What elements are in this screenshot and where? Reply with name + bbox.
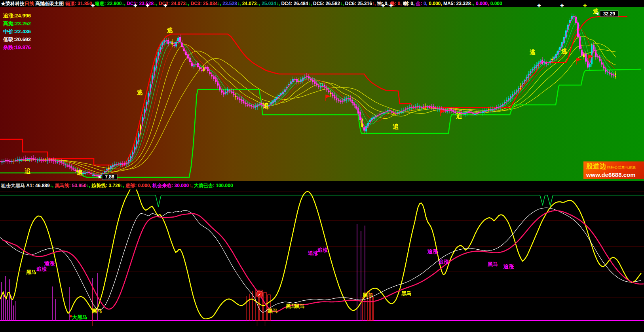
- sub-chart-label: 追涨: [503, 264, 514, 269]
- escape-label: 逃: [167, 27, 173, 34]
- flag-icon: [577, 58, 582, 65]
- chase-label: 追: [393, 123, 399, 130]
- status-segment: 箱底: 22.900: [95, 1, 122, 6]
- svg-text:✓: ✓: [258, 292, 261, 297]
- status-segment: ↓,: [276, 1, 281, 6]
- chase-label: 追: [263, 102, 269, 109]
- sub-chart-label: 黑马: [488, 261, 498, 267]
- chase-label: 追: [456, 112, 462, 119]
- oscillator-pink-line: [2, 211, 644, 312]
- status-segment: 0,: [424, 1, 429, 6]
- indicator-value-row: 中价:22.436: [3, 28, 31, 36]
- status-segment: ↓,: [308, 1, 313, 6]
- indicator-value-row: 追涨:24.996: [3, 12, 31, 20]
- status-segment: MA5: 23.328: [443, 1, 471, 6]
- sub-chart[interactable]: ✓黑马追涨追涨大黑马黑马黑马黑马黑马追涨追涨黑马黑马追涨追涨黑马追涨: [0, 190, 644, 332]
- status-segment: 0.000: [490, 1, 502, 6]
- watermark-brand: 股道边: [586, 163, 606, 170]
- indicator-value-row: 杀跌:19.876: [3, 44, 31, 51]
- status-segment: DC6: 25.316: [345, 1, 372, 6]
- status-segment: 53.950: [72, 183, 87, 188]
- status-segment: DC5: 26.582: [313, 1, 340, 6]
- svg-text:7.86: 7.86: [105, 174, 114, 180]
- status-segment: 24.073: [242, 1, 257, 6]
- ma-line: [0, 22, 616, 175]
- signal-cross-icon: ✚: [133, 4, 137, 8]
- status-segment: ↓,: [471, 1, 476, 6]
- status-segment: ↓,: [86, 183, 91, 188]
- status-segment: ↓,: [186, 1, 191, 6]
- check-badge-icon: ✓: [256, 291, 262, 297]
- status-segment: ↓,: [237, 1, 242, 6]
- sub-indicator-header: 狙击大黑马 A1: 46.889↓, 黑马线: 53.950↓, 趋势线: 3.…: [0, 181, 644, 190]
- status-segment: A1: 46.889: [26, 183, 49, 188]
- status-segment: 底部: 0.000,: [125, 183, 152, 188]
- candles: [1, 13, 616, 179]
- svg-text:32.29: 32.29: [603, 11, 615, 17]
- status-segment: ↓,: [256, 1, 262, 6]
- sub-chart-label: 大黑马: [72, 314, 87, 320]
- ma-line: [0, 18, 616, 176]
- sub-chart-canvas[interactable]: ✓黑马追涨追涨大黑马黑马黑马黑马黑马追涨追涨黑马黑马追涨追涨黑马追涨: [0, 190, 644, 332]
- sub-chart-label: 追涨: [427, 249, 438, 254]
- indicator-value-row: 低吸:20.692: [3, 36, 31, 44]
- sub-chart-label: 黑马: [294, 303, 305, 309]
- sub-chart-label: 追涨: [36, 266, 47, 272]
- status-segment: 23.528: [222, 1, 237, 6]
- signal-cross-icon: ✚: [381, 4, 385, 8]
- status-segment: 0.000,: [476, 1, 490, 6]
- signal-cross-icon: ✚: [146, 4, 149, 8]
- flag-icon: [326, 95, 331, 101]
- chase-label: 追: [77, 169, 83, 176]
- indicator-value-row: 高抛:23.252: [3, 20, 31, 28]
- status-segment: DC2: 24.073: [159, 1, 186, 6]
- status-segment: DC4: 26.484: [281, 1, 308, 6]
- main-chart[interactable]: 逃逃逃逃逃追追追追追7.8632.29 追涨:24.996高抛:23.252中价…: [0, 7, 644, 181]
- top-threshold-line: [0, 195, 644, 207]
- status-segment: 25.034: [262, 1, 276, 6]
- chase-label: 追: [25, 167, 31, 174]
- status-segment: ↓,: [120, 183, 125, 188]
- status-segment: 大势已去: 100.000: [194, 183, 233, 188]
- status-segment: ↑,: [372, 1, 377, 6]
- status-segment: 机会来临: 30.000: [152, 183, 189, 188]
- escape-label: 逃: [561, 48, 567, 55]
- ma-line: [0, 50, 616, 169]
- status-segment: 日线: [25, 1, 34, 6]
- watermark-url: www.de6688.com: [586, 171, 642, 178]
- sub-chart-label: 黑马: [92, 308, 102, 314]
- status-segment: 0.000,: [429, 1, 443, 6]
- status-segment: ↓,: [122, 1, 127, 6]
- sub-chart-label: 追涨: [438, 259, 449, 265]
- status-segment: ★荣科科技: [1, 1, 25, 6]
- signal-spikes: [2, 224, 365, 321]
- signal-cross-icon: ✚: [91, 4, 95, 8]
- signal-cross-icon: ✚: [389, 4, 393, 8]
- sub-chart-label: 黑马: [268, 308, 278, 314]
- ma-line: [0, 44, 616, 172]
- signal-cross-icon: ✚: [583, 4, 587, 8]
- status-segment: 箱顶: 31.850,: [65, 1, 95, 6]
- status-segment: DC3: 25.034: [191, 1, 218, 6]
- status-segment: 高抛低吸主图: [34, 1, 65, 6]
- status-segment: 趋势线: 3.729: [91, 183, 120, 188]
- sub-chart-label: 追涨: [317, 247, 328, 253]
- status-segment: ↓,: [154, 1, 159, 6]
- watermark[interactable]: 股道边指标公式量化资源 www.de6688.com: [583, 161, 644, 179]
- status-segment: ↓,: [340, 1, 345, 6]
- signal-cross-icon: ✚: [537, 4, 541, 8]
- sub-chart-label: 黑马: [363, 292, 373, 298]
- signal-dot: [70, 315, 72, 317]
- status-segment: ↓,: [50, 183, 55, 188]
- box-top-line: [0, 17, 627, 165]
- trading-app-window: ★荣科科技日线 高抛低吸主图 箱顶: 31.850, 箱底: 22.900↓, …: [0, 0, 644, 332]
- main-chart-canvas[interactable]: 逃逃逃逃逃追追追追追7.8632.29: [0, 7, 644, 181]
- status-segment: ↓,: [218, 1, 223, 6]
- sub-chart-label: 追涨: [308, 250, 319, 256]
- escape-label: 逃: [137, 89, 143, 96]
- sub-chart-label: 追涨: [44, 260, 55, 266]
- red-signal-bars: [92, 286, 374, 326]
- watermark-tagline: 指标公式量化资源: [607, 165, 636, 169]
- status-segment: 黑马线:: [55, 183, 72, 188]
- status-segment: DC1: 23.528: [127, 1, 154, 6]
